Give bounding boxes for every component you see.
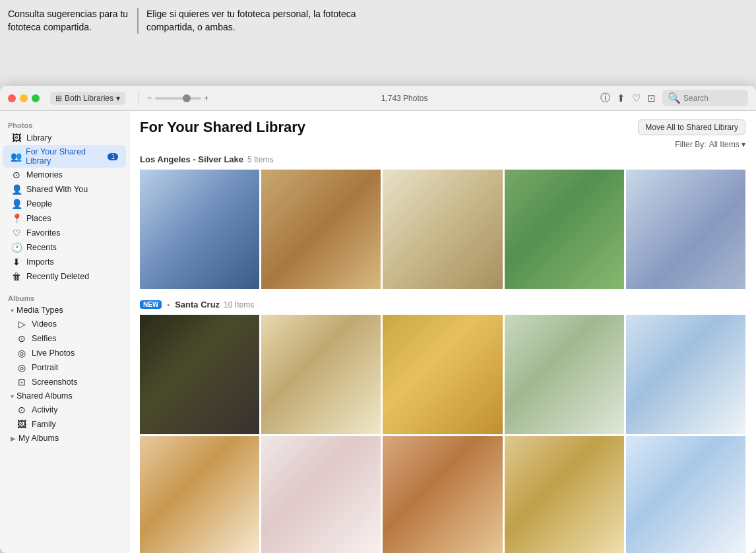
close-button[interactable] bbox=[8, 94, 16, 102]
search-input[interactable] bbox=[683, 94, 743, 103]
activity-icon: ⊙ bbox=[16, 405, 28, 415]
main-window: ⊞ Both Libraries ▾ − + 1,743 Photos ⓘ ⬆ … bbox=[0, 86, 756, 553]
favorites-icon: ♡ bbox=[11, 228, 22, 238]
sidebar-item-videos[interactable]: ▷ Videos bbox=[8, 317, 126, 331]
chevron-down-icon: ▾ bbox=[11, 393, 14, 400]
media-types-toggle[interactable]: ▾ Media Types bbox=[3, 304, 126, 317]
sidebar-item-label: Videos bbox=[32, 319, 57, 329]
sidebar-item-label: Screenshots bbox=[32, 377, 77, 387]
sidebar-item-library[interactable]: 🖼 Library bbox=[3, 131, 126, 145]
photo-cell[interactable] bbox=[505, 436, 624, 553]
filter-row: Filter By: All Items ▾ bbox=[140, 140, 745, 149]
live-photos-icon: ◎ bbox=[16, 348, 28, 358]
info-icon[interactable]: ⓘ bbox=[600, 92, 610, 104]
sidebar-item-for-shared[interactable]: 👥 For Your Shared Library 1 bbox=[3, 145, 126, 168]
photo-cell[interactable] bbox=[140, 436, 259, 553]
photo-cell[interactable] bbox=[626, 315, 745, 434]
sidebar-item-live-photos[interactable]: ◎ Live Photos bbox=[8, 346, 126, 360]
sidebar-item-screenshots[interactable]: ⊡ Screenshots bbox=[8, 375, 126, 389]
sidebar-item-recents[interactable]: 🕐 Recents bbox=[3, 240, 126, 255]
filter-label: Filter By: bbox=[675, 140, 706, 149]
search-box[interactable]: 🔍 bbox=[662, 90, 748, 106]
sidebar-item-shared-with-you[interactable]: 👤 Shared With You bbox=[3, 182, 126, 197]
photo-cell[interactable] bbox=[626, 170, 745, 289]
section-header: For Your Shared Library Move All to Shar… bbox=[140, 119, 745, 136]
sidebar-item-people[interactable]: 👤 People bbox=[3, 197, 126, 211]
sidebar-item-label: Recently Deleted bbox=[26, 272, 89, 281]
my-albums-toggle[interactable]: ▶ My Albums bbox=[3, 432, 126, 445]
shared-albums-group: ⊙ Activity 🖼 Family bbox=[5, 403, 129, 432]
shared-with-you-icon: 👤 bbox=[11, 184, 22, 195]
filter-value[interactable]: All Items ▾ bbox=[709, 140, 745, 149]
zoom-control: − + bbox=[147, 93, 208, 103]
sidebar-item-favorites[interactable]: ♡ Favorites bbox=[3, 226, 126, 240]
photo-cell[interactable] bbox=[505, 315, 624, 434]
subsection1-count: 5 Items bbox=[247, 155, 273, 164]
photo-grid-1 bbox=[140, 170, 745, 289]
people-icon: 👤 bbox=[11, 199, 22, 209]
photo-cell[interactable] bbox=[626, 436, 745, 553]
recents-icon: 🕐 bbox=[11, 242, 22, 253]
sidebar-item-label: Portrait bbox=[32, 363, 58, 372]
move-all-button[interactable]: Move All to Shared Library bbox=[638, 119, 745, 135]
rotate-icon[interactable]: ⊡ bbox=[647, 92, 656, 104]
sidebar: Photos 🖼 Library 👥 For Your Shared Libra… bbox=[0, 111, 129, 553]
zoom-in-icon[interactable]: + bbox=[204, 93, 209, 103]
subsection2-count: 10 Items bbox=[224, 300, 254, 309]
sidebar-item-activity[interactable]: ⊙ Activity bbox=[8, 403, 126, 417]
photo-cell[interactable] bbox=[505, 170, 624, 289]
portrait-icon: ◎ bbox=[16, 362, 28, 373]
photo-cell[interactable] bbox=[383, 436, 502, 553]
library-selector-icon: ⊞ bbox=[55, 94, 62, 103]
photo-cell[interactable] bbox=[261, 170, 381, 289]
photo-cell[interactable] bbox=[140, 315, 259, 434]
trash-icon: 🗑 bbox=[11, 271, 22, 282]
chevron-down-icon: ▾ bbox=[116, 94, 120, 103]
sidebar-item-imports[interactable]: ⬇ Imports bbox=[3, 255, 126, 269]
library-selector[interactable]: ⊞ Both Libraries ▾ bbox=[50, 92, 125, 105]
heart-icon[interactable]: ♡ bbox=[632, 92, 641, 104]
sidebar-item-label: Recents bbox=[26, 243, 57, 252]
sidebar-item-label: People bbox=[26, 199, 52, 209]
subsection1-title: Los Angeles - Silver Lake bbox=[140, 154, 243, 164]
sidebar-item-selfies[interactable]: ⊙ Selfies bbox=[8, 331, 126, 346]
minimize-button[interactable] bbox=[20, 94, 28, 102]
shared-albums-toggle[interactable]: ▾ Shared Albums bbox=[3, 389, 126, 403]
shared-albums-label: Shared Albums bbox=[16, 391, 73, 401]
sidebar-item-places[interactable]: 📍 Places bbox=[3, 211, 126, 226]
selfies-icon: ⊙ bbox=[16, 333, 28, 344]
photo-cell[interactable] bbox=[383, 170, 502, 289]
photo-cell[interactable] bbox=[383, 315, 502, 434]
photo-count: 1,743 Photos bbox=[214, 94, 595, 103]
library-icon: 🖼 bbox=[11, 133, 22, 143]
sidebar-item-portrait[interactable]: ◎ Portrait bbox=[8, 360, 126, 375]
subsection1-header: Los Angeles - Silver Lake 5 Items bbox=[140, 154, 745, 164]
photo-cell[interactable] bbox=[261, 436, 381, 553]
subsection2-title: Santa Cruz bbox=[175, 300, 220, 309]
sidebar-item-recently-deleted[interactable]: 🗑 Recently Deleted bbox=[3, 269, 126, 284]
zoom-out-icon[interactable]: − bbox=[147, 93, 152, 103]
imports-icon: ⬇ bbox=[11, 257, 22, 267]
photo-cell[interactable] bbox=[140, 170, 259, 289]
sidebar-item-label: Imports bbox=[26, 257, 54, 267]
sidebar-item-family[interactable]: 🖼 Family bbox=[8, 417, 126, 432]
main-panel: For Your Shared Library Move All to Shar… bbox=[129, 111, 756, 553]
sidebar-item-memories[interactable]: ⊙ Memories bbox=[3, 168, 126, 182]
share-icon[interactable]: ⬆ bbox=[617, 92, 625, 104]
my-albums-label: My Albums bbox=[18, 434, 59, 443]
photo-grid-2 bbox=[140, 315, 745, 553]
traffic-lights bbox=[8, 94, 40, 102]
sidebar-item-label: Selfies bbox=[32, 334, 57, 343]
photo-cell[interactable] bbox=[261, 315, 381, 434]
sidebar-item-label: Places bbox=[26, 214, 51, 223]
maximize-button[interactable] bbox=[32, 94, 40, 102]
sidebar-item-label: For Your Shared Library bbox=[26, 147, 104, 166]
section-title: For Your Shared Library bbox=[140, 119, 305, 136]
tooltip-right: Elige si quieres ver tu fototeca persona… bbox=[137, 8, 362, 34]
sidebar-item-label: Shared With You bbox=[26, 185, 88, 194]
family-icon: 🖼 bbox=[16, 419, 28, 430]
zoom-slider[interactable] bbox=[155, 97, 201, 100]
sidebar-item-label: Activity bbox=[32, 405, 58, 414]
videos-icon: ▷ bbox=[16, 319, 28, 329]
subsection2-header: NEW • Santa Cruz 10 Items bbox=[140, 300, 745, 309]
